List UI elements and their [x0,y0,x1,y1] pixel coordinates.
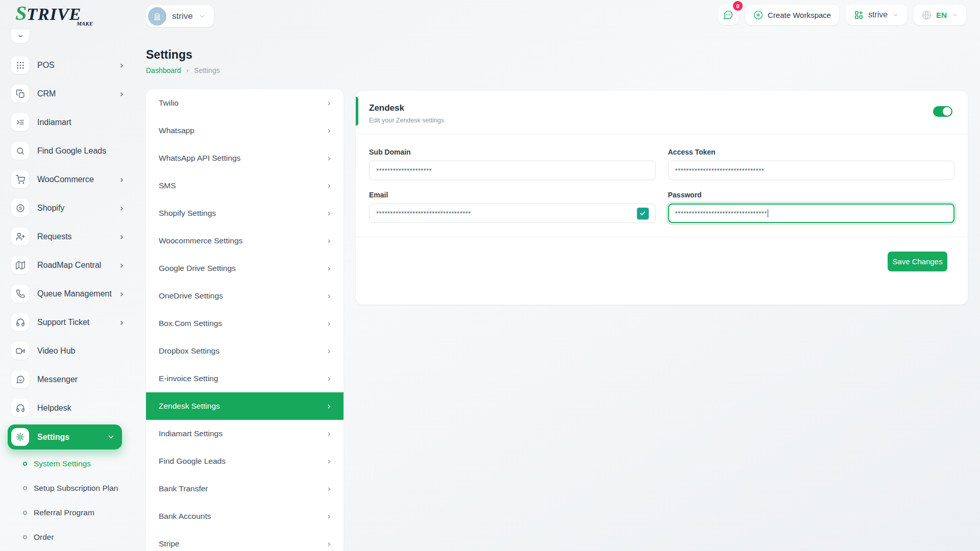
list-item-shopify-settings[interactable]: Shopify Settings› [146,199,344,227]
grid-plus-icon [854,10,864,20]
list-item-woocommerce-settings[interactable]: Woocommerce Settings› [146,227,344,255]
sub-domain-label: Sub Domain [369,148,656,156]
sidebar-subitem-referral-program[interactable]: Referral Program [11,500,133,525]
sidebar-item-roadmap-central[interactable]: RoadMap Central › [11,256,126,274]
brand-logo[interactable]: STRIVE MAKE [15,4,107,27]
access-token-label: Access Token [668,148,955,156]
list-item-dropbox-settings[interactable]: Dropbox Settings› [146,337,344,365]
chevron-right-icon: › [120,260,124,270]
sidebar-item-shopify[interactable]: S Shopify › [11,199,126,217]
workspace-selector[interactable]: strive [146,5,214,27]
building-icon [148,7,166,26]
list-item-bank-transfer[interactable]: Bank Transfer› [146,475,344,503]
list-item-indiamart-settings[interactable]: Indiamart Settings› [146,420,344,447]
list-item-google-drive-settings[interactable]: Google Drive Settings› [146,255,344,282]
sidebar-item-find-google-leads[interactable]: Find Google Leads [11,142,126,160]
sidebar-item-helpdesk[interactable]: Helpdesk [11,399,126,417]
sidebar-item-crm[interactable]: CRM › [11,85,126,103]
sidebar-item-settings[interactable]: Settings [8,424,122,449]
panel-header: Zendesk Edit your Zendesk settings [356,91,968,134]
language-selector[interactable]: EN [914,5,966,25]
chat-icon [11,370,29,388]
list-item-label: Zendesk Settings [159,402,220,411]
zendesk-form: Sub Domain ******************** Access T… [356,134,968,223]
sidebar-subitem-system-settings[interactable]: System Settings [11,452,133,476]
sidebar-subitem-label: Referral Program [34,508,94,517]
video-icon [11,342,29,360]
plus-circle-icon [753,10,763,20]
bullet-icon [23,511,27,515]
list-item-label: Bank Accounts [159,512,211,521]
list-item-whatsapp-api-settings[interactable]: WhatsApp API Settings› [146,144,344,172]
list-item-find-google-leads[interactable]: Find Google Leads› [146,447,344,475]
page-head: Settings Dashboard › Settings [146,48,220,74]
email-input[interactable]: ********************************** [369,204,656,223]
workspace-name: strive [172,11,193,21]
field-email: Email ********************************** [369,191,656,223]
list-item-label: SMS [159,181,176,190]
page-title: Settings [146,48,220,62]
cart-icon [11,170,29,188]
zendesk-enable-toggle[interactable] [933,106,952,117]
chevron-right-icon: › [120,174,124,185]
indiamart-list-icon [11,113,29,131]
partial-icon [11,30,29,43]
chevron-right-icon: › [120,317,124,328]
chevron-right-icon: › [120,60,124,70]
list-item-onedrive-settings[interactable]: OneDrive Settings› [146,282,344,310]
chevron-right-icon: › [327,263,331,273]
sidebar-item-support-ticket[interactable]: Support Ticket › [11,313,126,331]
field-access-token: Access Token ***************************… [668,148,955,180]
chevron-right-icon: › [120,203,124,213]
sidebar-item-video-hub[interactable]: Video Hub [11,342,126,360]
breadcrumb-dashboard-link[interactable]: Dashboard [146,66,181,74]
toggle-knob [943,107,951,116]
sidebar-item-woocommerce[interactable]: WooCommerce › [11,170,126,188]
sidebar-item-partial[interactable] [11,30,126,43]
chevron-right-icon: › [327,511,331,521]
create-workspace-button[interactable]: Create Workspace [745,5,839,25]
bullet-icon [23,486,27,490]
list-item-whatsapp[interactable]: Whatsapp› [146,117,344,144]
chevron-down-icon [107,433,115,441]
create-workspace-label: Create Workspace [768,11,831,19]
list-item-sms[interactable]: SMS› [146,172,344,199]
list-item-box-com-settings[interactable]: Box.Com Settings› [146,310,344,337]
sidebar-subitem-setup-subscription-plan[interactable]: Setup Subscription Plan [11,476,133,500]
email-value: ********************************** [376,210,471,217]
save-changes-button[interactable]: Save Changes [888,252,947,271]
list-item-e-invoice-setting[interactable]: E-invoice Setting› [146,365,344,392]
sidebar-item-label: RoadMap Central [37,261,120,270]
pos-grid-icon [11,56,29,74]
chevron-right-icon: › [327,346,331,356]
list-item-bank-accounts[interactable]: Bank Accounts› [146,503,344,530]
switcher-workspace-name: strive [868,10,888,19]
list-item-zendesk-settings[interactable]: Zendesk Settings› [146,392,344,420]
list-item-twilio[interactable]: Twilio› [146,89,344,117]
breadcrumb-separator: › [186,66,189,74]
chevron-right-icon: › [327,126,331,136]
sidebar-item-messenger[interactable]: Messenger [11,370,126,388]
chevron-right-icon: › [327,318,331,329]
chevron-right-icon: › [327,208,331,218]
workspace-switcher[interactable]: strive [846,5,907,25]
chat-notifications-button[interactable]: 0 [718,5,739,25]
sidebar-item-pos[interactable]: POS › [11,56,126,74]
sidebar-item-indiamart[interactable]: Indiamart [11,113,126,131]
sidebar-item-queue-management[interactable]: Queue Management › [11,285,126,303]
access-token-input[interactable]: ******************************** [668,161,955,180]
breadcrumb: Dashboard › Settings [146,66,220,74]
sidebar-item-label: Requests [37,232,120,241]
sidebar-item-requests[interactable]: Requests › [11,228,126,245]
password-input[interactable]: ********************************* [668,204,955,223]
text-caret [768,209,769,217]
sidebar-item-label: Indiamart [37,118,126,127]
sub-domain-value: ******************** [376,167,432,174]
sidebar-item-label: Settings [37,433,107,442]
brand-logo-rest: TRIVE [27,5,81,23]
email-check-icon[interactable] [637,208,649,219]
shopify-icon: S [11,199,29,217]
sidebar-subitem-order[interactable]: Order [11,525,133,549]
sub-domain-input[interactable]: ******************** [369,161,656,180]
list-item-stripe[interactable]: Stripe› [146,530,344,551]
